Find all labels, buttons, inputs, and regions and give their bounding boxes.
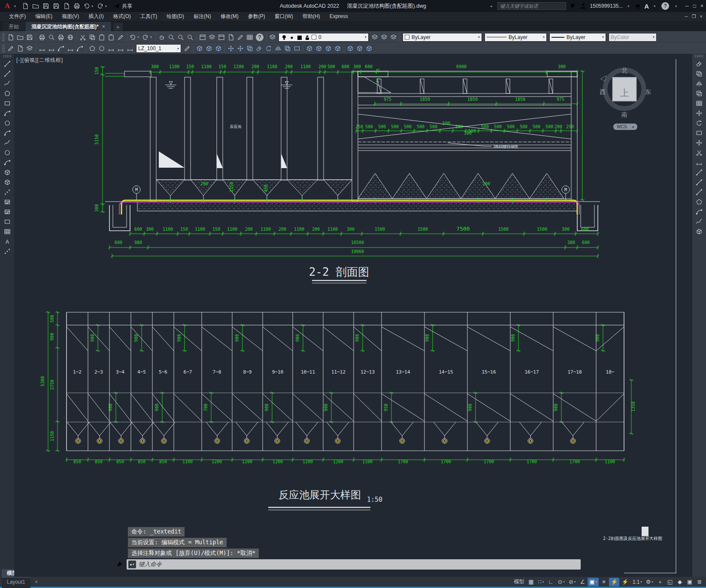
menu-t[interactable]: 工具(T) — [136, 12, 162, 20]
workspace-switching-toggle[interactable]: ⚙▾ — [644, 578, 655, 586]
etransmit-button[interactable] — [66, 33, 75, 42]
undo-button[interactable]: ▾ — [128, 33, 141, 42]
construction-line-button[interactable] — [3, 69, 12, 78]
auto-annotation-scale-toggle[interactable]: ⚡ — [620, 578, 630, 586]
ellipse-arc-button[interactable] — [3, 158, 12, 167]
share-button[interactable]: 共享 — [113, 3, 132, 10]
isolate-objects-toggle[interactable]: ◱ — [665, 578, 675, 586]
copy-faces-button[interactable] — [283, 44, 292, 53]
layout-tab-layout2[interactable]: Layout2 — [2, 586, 30, 588]
annotation-visibility-toggle[interactable]: ⚡ — [609, 578, 619, 586]
layer-states-button[interactable] — [389, 33, 398, 42]
layer-viewport-icon[interactable] — [296, 34, 302, 40]
doc-minimize-button[interactable]: ─ — [685, 14, 688, 19]
account-id[interactable]: 1505999135... — [590, 3, 623, 9]
dim-arc-length-button[interactable] — [56, 44, 66, 53]
fillet-button[interactable] — [694, 207, 704, 217]
object-snap-toggle[interactable]: ▣▾ — [588, 578, 599, 586]
tab-close-icon[interactable]: × — [102, 24, 105, 30]
extract-edges-button[interactable] — [345, 44, 355, 53]
taper-faces-button[interactable] — [273, 44, 283, 53]
dim-ordinate-button[interactable] — [66, 44, 75, 53]
layer-translate-button[interactable] — [25, 44, 34, 53]
doc-restore-button[interactable]: ❐ — [692, 14, 696, 19]
blend-curves-button[interactable] — [694, 217, 704, 226]
command-options-icon[interactable]: ▸▾ — [128, 561, 136, 568]
layer-unlock-icon[interactable] — [304, 34, 309, 40]
dim-baseline-button[interactable] — [116, 44, 125, 53]
menu-i[interactable]: 插入(I) — [84, 12, 108, 20]
menu-h[interactable]: 帮助(H) — [298, 12, 325, 20]
dim-angular-button[interactable] — [88, 44, 97, 53]
layer-freeze-sun-icon[interactable] — [288, 34, 294, 40]
solid-validate-button[interactable] — [364, 44, 374, 53]
polar-tracking-toggle[interactable]: ⊙▾ — [556, 578, 567, 586]
extend-button[interactable] — [694, 158, 704, 167]
clean-button[interactable] — [314, 44, 324, 53]
tool-palettes-button[interactable] — [217, 33, 226, 42]
stretch-button[interactable] — [694, 138, 704, 148]
zoom-realtime-button[interactable] — [167, 33, 176, 42]
menu-p[interactable]: 参数(P) — [243, 12, 270, 20]
menu-f[interactable]: 文件(F) — [4, 12, 30, 20]
rotate-button[interactable] — [694, 118, 704, 128]
sheet-set-manager-button[interactable] — [226, 33, 236, 42]
toolbar-grip[interactable] — [2, 33, 5, 41]
undo-button[interactable]: ▾ — [82, 1, 95, 11]
help-icon[interactable]: ? — [661, 2, 669, 10]
arc-button[interactable] — [3, 109, 12, 118]
plot-preview-button[interactable] — [47, 33, 56, 42]
toolbar-grip[interactable] — [3, 55, 11, 57]
command-input[interactable]: 键入命令 — [139, 561, 162, 568]
color-faces-button[interactable] — [292, 44, 302, 53]
menu-d[interactable]: 绘图(D) — [162, 12, 189, 20]
new-layout-button[interactable]: + — [31, 579, 42, 585]
clean-screen-toggle[interactable]: ▣ — [685, 578, 694, 586]
minimize-button[interactable]: ─ — [685, 3, 689, 9]
delete-faces-button[interactable] — [255, 44, 264, 53]
model-space[interactable]: 3001100150110015011002001100200110020050… — [14, 54, 692, 577]
dim-aligned-button[interactable] — [47, 44, 56, 53]
shell-button[interactable] — [333, 44, 342, 53]
line-button[interactable] — [3, 59, 12, 69]
subtract-button[interactable] — [204, 44, 214, 53]
zoom-window-button[interactable] — [176, 33, 185, 42]
spell-check-button[interactable] — [15, 44, 25, 53]
new-file-button[interactable] — [21, 1, 30, 11]
erase-button[interactable] — [694, 59, 704, 69]
explode-button[interactable] — [694, 227, 704, 236]
paste-block-button[interactable] — [106, 33, 116, 42]
edit-text-button[interactable] — [6, 44, 15, 53]
autodesk-app-icon[interactable]: A — [644, 3, 649, 10]
dim-radius-button[interactable] — [75, 44, 85, 53]
insert-block-button[interactable] — [3, 168, 12, 177]
menu-o[interactable]: 格式(O) — [109, 12, 136, 20]
isometric-drafting-toggle[interactable]: ⊘▾ — [567, 578, 577, 586]
doc-close-button[interactable]: × — [700, 14, 703, 19]
open-button[interactable] — [15, 33, 25, 42]
app-arrow-icon[interactable]: ▾ — [654, 4, 655, 8]
intersect-button[interactable] — [214, 44, 223, 53]
new-tab-button[interactable]: + — [113, 23, 123, 31]
tab-start[interactable]: 开始 — [3, 22, 25, 31]
app-menu-arrow-icon[interactable]: ▾ — [14, 4, 16, 8]
publish-button[interactable] — [56, 33, 66, 42]
model-space-button[interactable]: 模型 — [512, 578, 526, 586]
quickcalc-button[interactable] — [245, 33, 255, 42]
save-button[interactable] — [41, 1, 51, 11]
offset-faces-button[interactable] — [245, 44, 255, 53]
offset-button[interactable] — [694, 89, 704, 98]
save-as-button[interactable] — [52, 1, 61, 11]
app-logo-icon[interactable]: A — [2, 1, 13, 11]
frame-grip[interactable] — [642, 527, 648, 536]
match-properties-button[interactable] — [116, 33, 125, 42]
solid-check-button[interactable] — [355, 44, 364, 53]
table-button[interactable] — [3, 227, 12, 236]
menu-v[interactable]: 视图(V) — [57, 12, 84, 20]
annotation-scale-button[interactable]: 1:1▾ — [631, 578, 644, 586]
hatch-button[interactable] — [3, 197, 12, 207]
qsave-button[interactable] — [25, 33, 34, 42]
redo-button[interactable]: ▾ — [141, 33, 154, 42]
plotstyle-dropdown[interactable]: ByColor▾ — [609, 33, 657, 42]
rectangle-button[interactable] — [3, 99, 12, 108]
